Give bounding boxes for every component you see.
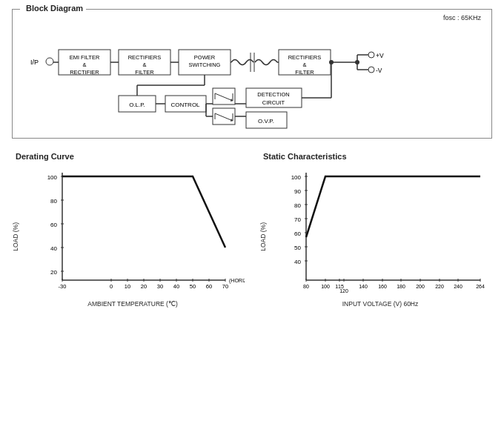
transformer-coil-right (255, 60, 277, 65)
svg-text:SWITCHING: SWITCHING (189, 62, 221, 68)
svg-text:70: 70 (294, 216, 301, 223)
static-chart-inner: 100 90 80 70 60 50 40 (268, 165, 492, 308)
svg-text:EMI FILTER: EMI FILTER (70, 54, 100, 61)
svg-text:160: 160 (378, 284, 387, 289)
svg-text:100: 100 (321, 284, 330, 289)
svg-text:RECTIFIER: RECTIFIER (70, 69, 99, 76)
svg-text:90: 90 (294, 188, 301, 195)
svg-text:40: 40 (294, 259, 301, 265)
svg-text:&: & (302, 62, 306, 68)
fosc-label: fosc : 65KHz (443, 14, 481, 21)
svg-text:180: 180 (397, 284, 405, 289)
svg-text:140: 140 (359, 284, 368, 289)
block-diagram-title: Block Diagram (26, 4, 83, 13)
derating-y-axis-label: LOAD (%) (12, 222, 19, 251)
svg-text:FILTER: FILTER (295, 69, 314, 76)
static-chart-wrapper: LOAD (%) 100 90 80 (259, 165, 492, 308)
static-char-title: Static Characteristics (259, 152, 492, 161)
junction-dot (355, 60, 359, 64)
static-svg: 100 90 80 70 60 50 40 (268, 165, 492, 299)
svg-text:O.L.P.: O.L.P. (129, 102, 145, 108)
static-x-label: INPUT VOLTAGE (V) 60Hz (268, 300, 492, 308)
svg-text:100: 100 (291, 174, 302, 181)
svg-text:50: 50 (190, 283, 196, 290)
svg-text:&: & (82, 62, 86, 68)
svg-text:70: 70 (222, 283, 228, 290)
svg-text:200: 200 (416, 284, 425, 289)
vneg-label: -V (376, 67, 382, 74)
svg-text:120: 120 (339, 288, 348, 293)
svg-text:10: 10 (125, 283, 130, 290)
svg-text:80: 80 (303, 284, 309, 289)
static-title-text: Static Characteristics (263, 152, 347, 161)
derating-chart-inner: 100 80 60 40 20 -30 (21, 165, 245, 308)
static-char-section: Static Characteristics LOAD (%) 100 90 (259, 152, 492, 308)
svg-text:264: 264 (476, 284, 485, 289)
derating-curve-title: Derating Curve (12, 152, 245, 161)
block-diagram-container: I/P EMI FILTER & RECTIFIER RECTIFIERS & … (20, 21, 484, 136)
svg-text:80: 80 (50, 198, 57, 205)
block-diagram-label: Block Diagram (20, 4, 86, 13)
svg-text:RECTIFIERS: RECTIFIERS (288, 54, 322, 61)
svg-text:&: & (142, 62, 146, 68)
static-data-line (306, 176, 480, 237)
svg-text:CIRCUIT: CIRCUIT (262, 99, 285, 106)
svg-text:50: 50 (294, 245, 301, 251)
svg-text:20: 20 (50, 269, 57, 276)
svg-text:100: 100 (47, 174, 58, 181)
static-y-axis-label: LOAD (%) (259, 222, 267, 251)
opto-top-box (213, 88, 235, 104)
svg-text:40: 40 (50, 245, 57, 252)
svg-text:60: 60 (206, 283, 212, 290)
svg-text:POWER: POWER (194, 54, 216, 61)
svg-text:0: 0 (110, 283, 113, 290)
derating-data-line (62, 176, 225, 248)
svg-text:30: 30 (157, 283, 163, 290)
derating-x-label: AMBIENT TEMPERATURE (℃) (21, 300, 245, 308)
vpos-label: +V (376, 52, 384, 59)
svg-text:80: 80 (294, 202, 301, 209)
derating-curve-section: Derating Curve LOAD (%) 100 80 (12, 152, 245, 308)
ip-text: I/P (30, 59, 39, 66)
page-wrapper: Block Diagram fosc : 65KHz I/P EMI FILTE… (0, 0, 504, 438)
junction-dot2 (329, 60, 334, 64)
derating-title-text: Derating Curve (16, 152, 74, 161)
svg-text:20: 20 (141, 283, 147, 290)
opto-bot-box (213, 108, 235, 125)
svg-text:40: 40 (173, 283, 179, 290)
svg-text:60: 60 (294, 230, 301, 237)
svg-text:RECTIFIERS: RECTIFIERS (128, 54, 162, 61)
svg-text:60: 60 (50, 222, 57, 228)
svg-text:FILTER: FILTER (135, 69, 154, 76)
svg-text:-30: -30 (59, 283, 67, 290)
derating-svg: 100 80 60 40 20 -30 (21, 165, 245, 299)
bottom-sections: Derating Curve LOAD (%) 100 80 (12, 152, 492, 308)
svg-text:240: 240 (454, 284, 462, 289)
svg-text:O.V.P.: O.V.P. (258, 118, 274, 125)
block-diagram-section: Block Diagram fosc : 65KHz I/P EMI FILTE… (12, 9, 492, 139)
horizontal-label: (HORIZONTAL) (229, 278, 245, 284)
vneg-circle (368, 67, 374, 73)
vpos-circle (368, 52, 374, 58)
svg-text:DETECTION: DETECTION (257, 91, 289, 98)
svg-text:CONTROL: CONTROL (170, 102, 200, 108)
svg-text:220: 220 (435, 284, 444, 289)
derating-chart-wrapper: LOAD (%) 100 80 60 40 (12, 165, 245, 308)
block-diagram-svg: I/P EMI FILTER & RECTIFIER RECTIFIERS & … (20, 21, 484, 136)
ip-circle (46, 58, 53, 65)
